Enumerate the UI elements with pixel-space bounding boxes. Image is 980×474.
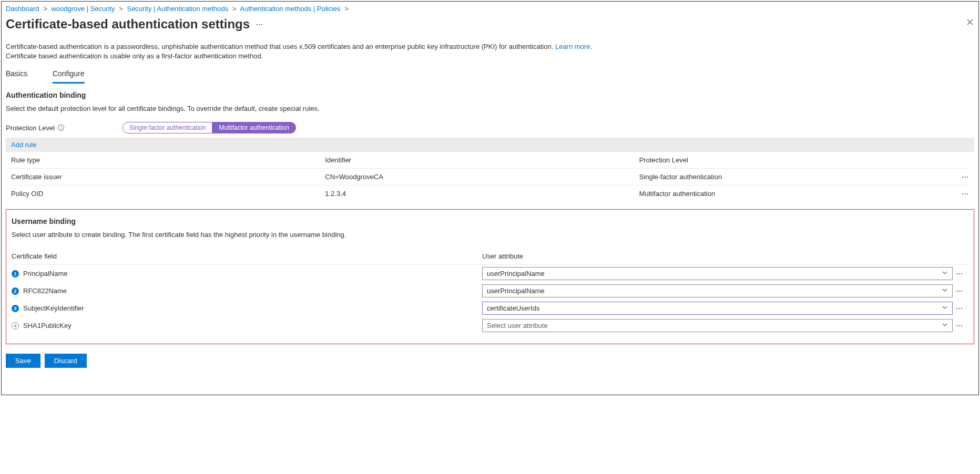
cert-field-name: SHA1PublicKey — [23, 322, 72, 329]
binding-row: 2 RFC822Name userPrincipalName ··· — [12, 282, 968, 300]
username-binding-subtext: Select user attribute to create binding.… — [12, 231, 968, 239]
chevron-right-icon: > — [43, 5, 47, 13]
page-description: Certificate-based authentication is a pa… — [6, 39, 974, 66]
protection-level-label: Protection Level — [6, 124, 55, 132]
tab-basics[interactable]: Basics — [6, 66, 27, 82]
row-more-icon[interactable]: ··· — [953, 287, 968, 295]
row-more-icon[interactable]: ··· — [953, 173, 969, 181]
chevron-right-icon: > — [344, 5, 349, 13]
chevron-down-icon — [942, 304, 948, 312]
row-more-icon[interactable]: ··· — [953, 270, 968, 277]
table-row: Certificate issuer CN=WoodgroveCA Single… — [10, 168, 970, 185]
more-icon[interactable]: ··· — [256, 20, 263, 28]
priority-badge: 4 — [12, 322, 19, 329]
user-attribute-select[interactable]: userPrincipalName — [482, 267, 953, 280]
chevron-down-icon — [942, 322, 948, 329]
chevron-right-icon: > — [119, 5, 123, 13]
tab-configure[interactable]: Configure — [53, 66, 85, 84]
info-icon[interactable]: i — [58, 125, 64, 131]
user-attribute-select[interactable]: certificateUserIds — [482, 302, 953, 315]
row-more-icon[interactable]: ··· — [953, 190, 969, 198]
pill-multifactor[interactable]: Multifactor authentication — [212, 122, 295, 133]
breadcrumb-item[interactable]: woodgrove | Security — [51, 5, 115, 13]
user-attribute-select[interactable]: userPrincipalName — [482, 284, 953, 297]
col-rule-type: Rule type — [11, 156, 325, 164]
cert-field-name: PrincipalName — [23, 270, 68, 277]
cert-field-name: RFC822Name — [23, 287, 67, 295]
row-more-icon[interactable]: ··· — [953, 304, 968, 312]
chevron-right-icon: > — [232, 5, 237, 13]
user-attribute-select[interactable]: Select user attribute — [482, 319, 953, 332]
auth-binding-heading: Authentication binding — [6, 91, 974, 99]
row-more-icon[interactable]: ··· — [953, 322, 968, 329]
pill-single-factor[interactable]: Single-factor authentication — [122, 122, 212, 133]
protection-level-toggle: Single-factor authentication Multifactor… — [122, 122, 296, 133]
table-row: Policy OID 1.2.3.4 Multifactor authentic… — [10, 185, 970, 202]
cert-field-name: SubjectKeyIdentifier — [23, 304, 84, 312]
breadcrumb: Dashboard > woodgrove | Security > Secur… — [6, 5, 974, 16]
username-binding-heading: Username binding — [12, 217, 968, 225]
breadcrumb-item[interactable]: Security | Authentication methods — [127, 5, 228, 13]
col-cert-field: Certificate field — [12, 252, 482, 260]
close-button[interactable] — [966, 18, 974, 28]
priority-badge: 1 — [12, 270, 19, 277]
add-rule-link[interactable]: Add rule — [11, 141, 36, 149]
page-title: Certificate-based authentication setting… — [6, 17, 250, 32]
learn-more-link[interactable]: Learn more — [555, 43, 590, 50]
breadcrumb-item[interactable]: Authentication methods | Policies — [240, 5, 340, 13]
save-button[interactable]: Save — [6, 354, 40, 368]
chevron-down-icon — [942, 287, 948, 295]
binding-row: 3 SubjectKeyIdentifier certificateUserId… — [12, 300, 968, 317]
chevron-down-icon — [942, 270, 948, 277]
col-identifier: Identifier — [325, 156, 639, 164]
col-protection: Protection Level — [639, 156, 953, 164]
priority-badge: 2 — [12, 287, 19, 295]
tabs: Basics Configure — [6, 66, 974, 84]
close-icon — [966, 18, 974, 26]
col-user-attr: User attribute — [482, 252, 953, 260]
auth-binding-subtext: Select the default protection level for … — [6, 105, 974, 112]
priority-badge: 3 — [12, 305, 19, 312]
breadcrumb-item[interactable]: Dashboard — [6, 5, 39, 13]
discard-button[interactable]: Discard — [45, 354, 87, 368]
binding-row: 1 PrincipalName userPrincipalName ··· — [12, 265, 968, 282]
binding-row: 4 SHA1PublicKey Select user attribute ··… — [12, 317, 968, 334]
